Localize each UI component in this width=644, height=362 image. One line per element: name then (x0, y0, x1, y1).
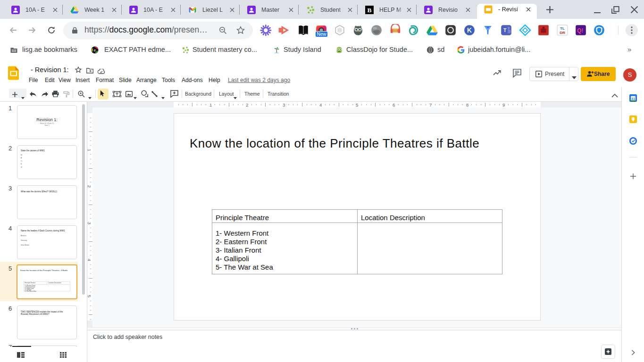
svg-text:TL: TL (560, 26, 565, 31)
svg-text:e: e (94, 48, 96, 52)
svg-text:Q!: Q! (577, 27, 583, 34)
svg-text:31: 31 (631, 97, 635, 101)
svg-text:B: B (367, 7, 371, 14)
svg-text:K: K (467, 26, 472, 34)
svg-text:T: T (503, 28, 507, 33)
svg-text:DR: DR (560, 31, 565, 35)
